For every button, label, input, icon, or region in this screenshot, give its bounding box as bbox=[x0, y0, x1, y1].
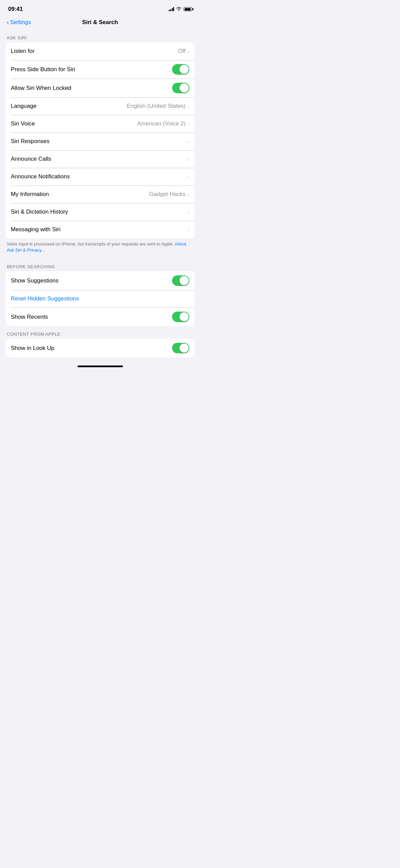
announce-calls-label: Announce Calls bbox=[11, 156, 51, 162]
battery-icon bbox=[184, 7, 192, 11]
press-side-button-toggle[interactable] bbox=[172, 64, 189, 75]
siri-responses-row[interactable]: Siri Responses › bbox=[5, 133, 195, 150]
announce-calls-row[interactable]: Announce Calls › bbox=[5, 150, 195, 168]
siri-voice-label: Siri Voice bbox=[11, 120, 35, 127]
my-information-chevron: › bbox=[188, 192, 189, 197]
signal-icon bbox=[169, 7, 174, 11]
show-recents-label: Show Recents bbox=[11, 314, 48, 320]
back-button-label: Settings bbox=[10, 19, 31, 26]
home-bar bbox=[78, 366, 123, 367]
content-from-apple-section-label: CONTENT FROM APPLE bbox=[0, 326, 200, 339]
dictation-history-row[interactable]: Siri & Dictation History › bbox=[5, 203, 195, 221]
reset-hidden-suggestions-label: Reset Hidden Suggestions bbox=[11, 295, 79, 302]
siri-responses-chevron: › bbox=[188, 139, 189, 144]
show-suggestions-thumb bbox=[180, 276, 189, 285]
siri-voice-right: American (Voice 2) › bbox=[137, 120, 189, 127]
messaging-with-siri-chevron: › bbox=[188, 227, 189, 233]
announce-notifications-row[interactable]: Announce Notifications › bbox=[5, 168, 195, 185]
show-recents-thumb bbox=[180, 312, 189, 321]
announce-notifications-label: Announce Notifications bbox=[11, 173, 70, 180]
my-information-value: Gadget Hacks bbox=[149, 191, 186, 198]
home-indicator bbox=[0, 363, 200, 369]
back-chevron-icon: ‹ bbox=[7, 19, 9, 26]
announce-calls-right: › bbox=[188, 156, 189, 162]
listen-for-label: Listen for bbox=[11, 48, 35, 55]
listen-for-right: Off › bbox=[178, 48, 189, 55]
listen-for-value: Off bbox=[178, 48, 186, 55]
show-in-look-up-thumb bbox=[180, 343, 189, 353]
press-side-button-row[interactable]: Press Side Button for Siri bbox=[5, 60, 195, 79]
language-row[interactable]: Language English (United States) › bbox=[5, 97, 195, 115]
status-icons bbox=[169, 6, 192, 12]
show-in-look-up-label: Show in Look Up bbox=[11, 345, 55, 352]
show-suggestions-label: Show Suggestions bbox=[11, 277, 59, 284]
allow-locked-row[interactable]: Allow Siri When Locked bbox=[5, 79, 195, 97]
before-searching-card: Show Suggestions Reset Hidden Suggestion… bbox=[5, 271, 195, 326]
my-information-right: Gadget Hacks › bbox=[149, 191, 189, 198]
dictation-history-chevron: › bbox=[188, 209, 189, 215]
show-in-look-up-toggle[interactable] bbox=[172, 343, 189, 353]
messaging-with-siri-label: Messaging with Siri bbox=[11, 226, 60, 233]
siri-voice-value: American (Voice 2) bbox=[137, 120, 186, 127]
siri-responses-right: › bbox=[188, 139, 189, 144]
show-in-look-up-row[interactable]: Show in Look Up bbox=[5, 339, 195, 357]
content-from-apple-card: Show in Look Up bbox=[5, 339, 195, 357]
reset-hidden-suggestions-row[interactable]: Reset Hidden Suggestions bbox=[5, 290, 195, 308]
announce-calls-chevron: › bbox=[188, 156, 189, 162]
press-side-button-thumb bbox=[180, 65, 189, 74]
nav-header: ‹ Settings Siri & Search bbox=[0, 16, 200, 30]
press-side-button-label: Press Side Button for Siri bbox=[11, 66, 75, 73]
allow-locked-thumb bbox=[180, 83, 189, 93]
show-recents-toggle[interactable] bbox=[172, 312, 189, 322]
my-information-label: My Information bbox=[11, 191, 49, 198]
siri-voice-row[interactable]: Siri Voice American (Voice 2) › bbox=[5, 115, 195, 133]
footer-text: Voice input is processed on iPhone, but … bbox=[7, 241, 174, 246]
ask-siri-card: Listen for Off › Press Side Button for S… bbox=[5, 42, 195, 238]
language-chevron: › bbox=[188, 103, 189, 109]
show-recents-row[interactable]: Show Recents bbox=[5, 308, 195, 326]
siri-voice-chevron: › bbox=[188, 121, 189, 127]
messaging-with-siri-right: › bbox=[188, 227, 189, 233]
show-suggestions-toggle[interactable] bbox=[172, 275, 189, 286]
status-bar: 09:41 bbox=[0, 0, 200, 16]
status-time: 09:41 bbox=[8, 6, 23, 13]
announce-notifications-right: › bbox=[188, 174, 189, 180]
my-information-row[interactable]: My Information Gadget Hacks › bbox=[5, 185, 195, 203]
wifi-icon bbox=[176, 6, 182, 12]
page-title: Siri & Search bbox=[82, 19, 118, 26]
listen-for-row[interactable]: Listen for Off › bbox=[5, 42, 195, 60]
language-value: English (United States) bbox=[127, 103, 186, 110]
messaging-with-siri-row[interactable]: Messaging with Siri › bbox=[5, 221, 195, 238]
dictation-history-label: Siri & Dictation History bbox=[11, 209, 68, 215]
announce-notifications-chevron: › bbox=[188, 174, 189, 180]
back-button[interactable]: ‹ Settings bbox=[7, 19, 31, 26]
before-searching-section-label: BEFORE SEARCHING bbox=[0, 259, 200, 271]
dictation-history-right: › bbox=[188, 209, 189, 215]
language-label: Language bbox=[11, 103, 37, 110]
show-suggestions-row[interactable]: Show Suggestions bbox=[5, 271, 195, 290]
allow-locked-label: Allow Siri When Locked bbox=[11, 85, 71, 92]
ask-siri-footer: Voice input is processed on iPhone, but … bbox=[0, 238, 200, 259]
language-right: English (United States) › bbox=[127, 103, 189, 110]
ask-siri-section-label: ASK SIRI bbox=[0, 30, 200, 42]
listen-for-chevron: › bbox=[188, 48, 189, 54]
siri-responses-label: Siri Responses bbox=[11, 138, 49, 145]
allow-locked-toggle[interactable] bbox=[172, 83, 189, 93]
